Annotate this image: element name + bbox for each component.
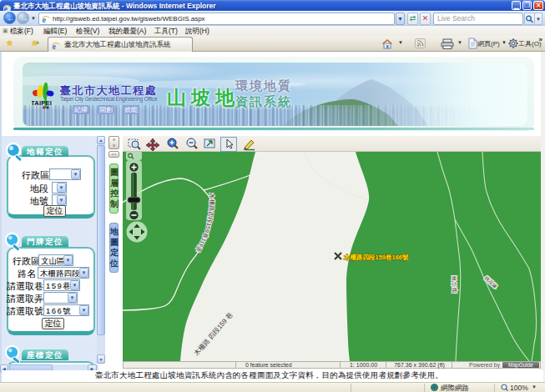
svg-text:TAIPEI: TAIPEI <box>32 99 52 107</box>
svg-text:路: 路 <box>452 287 458 294</box>
svg-text:功: 功 <box>452 281 457 287</box>
svg-text:軍: 軍 <box>452 275 457 281</box>
svg-text:木柵路四段159巷166號: 木柵路四段159巷166號 <box>343 254 409 261</box>
